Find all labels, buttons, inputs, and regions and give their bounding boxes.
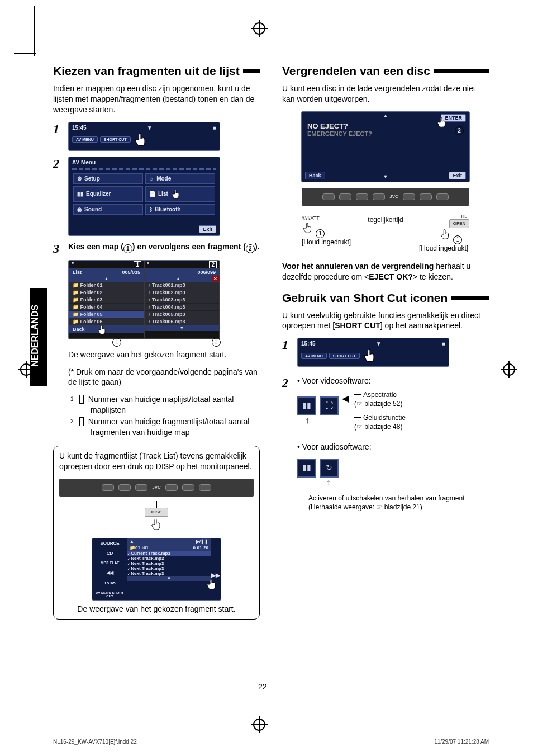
crop-mark: [34, 6, 35, 56]
exit-button[interactable]: Exit: [449, 172, 466, 179]
section-title-lock: Vergrendelen van een disc: [282, 64, 489, 78]
stop-icon: ■: [213, 125, 216, 131]
exit-button[interactable]: Exit: [199, 225, 216, 233]
language-tab: NEDERLANDS: [30, 288, 47, 386]
cd-label: CD: [94, 551, 125, 556]
tap-hand-icon: [133, 132, 149, 148]
menu-setup[interactable]: ⚙ Setup: [73, 173, 143, 184]
disp-button[interactable]: DISP: [145, 508, 168, 517]
left-column: Kiezen van fragmenten uit de lijst Indie…: [53, 64, 260, 620]
callout-1: 1: [453, 235, 462, 244]
sc-step-1: 1 15:45 ▼ ■ AV MENU SHORT CUT: [282, 338, 489, 372]
step-2: 2 AV Menu ⚙ Setup ☼ Mode ▮▮ Equalizer 📄 …: [53, 157, 260, 242]
step-number: 3: [53, 242, 59, 256]
folder-counter: 005/035: [122, 270, 140, 275]
repeat-caption: Activeren of uitschakelen van herhalen v…: [308, 494, 489, 512]
folder-item[interactable]: 📁 Folder 05: [69, 311, 144, 318]
registration-mark: [253, 22, 265, 35]
step-number: 1: [282, 338, 288, 352]
disp-tip-box: U kunt de fragmentlijst (Track List) tev…: [53, 446, 260, 620]
cancel-text: Voor het annuleren van de vergrendeling …: [282, 261, 489, 282]
short-cut-button[interactable]: SHORT CUT: [329, 353, 360, 359]
menu-list[interactable]: 📄 List: [145, 186, 215, 202]
av-menu-button[interactable]: AV MENU: [301, 353, 327, 359]
callout-2: 2: [212, 338, 221, 347]
sound-mode-icon[interactable]: ▮▮: [297, 459, 316, 478]
sound-label: Geluidsfunctie: [363, 414, 406, 422]
tap-hand-icon: [97, 324, 108, 336]
back-button[interactable]: Back: [305, 172, 325, 179]
folder-item[interactable]: 📁 Folder 01: [69, 282, 144, 289]
next-track[interactable]: ♪ Next Track.mp3: [127, 556, 211, 561]
jvc-logo: JVC: [152, 485, 161, 490]
player-caption: De weergave van het gekozen fragment sta…: [59, 604, 254, 615]
att-label: ①/I/ATT: [302, 215, 320, 221]
down-arrow-icon: ▼: [376, 341, 382, 347]
annotation-2: Nummer van huidige fragmentlijst/totaal …: [88, 417, 250, 437]
track-item[interactable]: ♪ Track001.mp3: [145, 282, 219, 289]
footer-file: NL16-29_KW-AVX710[E]f.indd 22: [53, 739, 137, 745]
menu-equalizer[interactable]: ▮▮ Equalizer: [73, 186, 143, 202]
sound-mode-icon[interactable]: ▮▮: [297, 396, 316, 415]
next-track[interactable]: ♪ Next Track.mp3: [127, 571, 211, 576]
step-3-note: (* Druk om naar de voorgaande/volgende p…: [68, 367, 260, 388]
lock-intro: U kunt een disc in de lade vergrendelen …: [282, 83, 489, 105]
track-item[interactable]: ♪ Track005.mp3: [145, 311, 219, 318]
list-screen: *1 List005/035 ▲ 📁 Folder 01 📁 Folder 02…: [68, 260, 220, 339]
hold-label: [Houd ingedrukt]: [419, 244, 468, 252]
simultaneous-label: tegelijkertijd: [368, 208, 403, 225]
step-3-caption: De weergave van het gekozen fragment sta…: [68, 349, 260, 360]
intro-text: Indien er mappen op een disc zijn opgeno…: [53, 83, 260, 115]
aspect-ref: (☞ bladzijde 52): [354, 400, 402, 408]
hold-label: [Houd ingedrukt]: [302, 238, 351, 246]
sound-ref: (☞ bladzijde 48): [354, 423, 402, 431]
down-arrow-icon: ▼: [147, 125, 153, 131]
av-menu-button[interactable]: AV MENU: [72, 136, 98, 143]
page-content: NEDERLANDS Kiezen van fragmenten uit de …: [53, 64, 489, 620]
monitor-panel: JVC: [302, 188, 469, 206]
folder-item[interactable]: 📁 Folder 04: [69, 304, 144, 311]
tap-hand-icon: [170, 188, 182, 200]
section-title-list: Kiezen van fragmenten uit de lijst: [53, 64, 260, 78]
jvc-logo: JVC: [389, 194, 398, 199]
track-item[interactable]: ♪ Track003.mp3: [145, 296, 219, 304]
current-track[interactable]: ♪ Current Track.mp3: [127, 551, 211, 556]
repeat-icon[interactable]: ↻: [320, 459, 339, 478]
folder-item[interactable]: 📁 Folder 02: [69, 289, 144, 296]
tap-hand-icon: [439, 228, 451, 240]
clock-time: 15:45: [301, 341, 316, 347]
title-text: Vergrendelen van een disc: [282, 64, 430, 78]
track-item[interactable]: ♪ Track002.mp3: [145, 289, 219, 296]
clock-time: 15:45: [72, 125, 87, 131]
step-number: 2: [53, 157, 59, 171]
track-item[interactable]: ♪ Track004.mp3: [145, 304, 219, 311]
track-counter: 006/099: [197, 270, 216, 275]
aspect-label: Aspectratio: [363, 391, 397, 399]
callout-1: 1: [112, 338, 121, 347]
menu-mode[interactable]: ☼ Mode: [145, 173, 215, 184]
emergency-eject-text: EMERGENCY EJECT?: [307, 130, 464, 137]
next-track[interactable]: ♪ Next Track.mp3: [127, 566, 211, 571]
short-cut-button[interactable]: SHORT CUT: [100, 136, 131, 143]
tap-hand-icon: [436, 116, 448, 129]
menu-sound[interactable]: ◉ Sound: [73, 204, 143, 215]
title-bar-icon: [243, 69, 260, 73]
player-time: 15:45: [94, 580, 125, 585]
touch-screen-bar: 15:45 ▼ ■ AV MENU SHORT CUT: [68, 122, 220, 151]
aspect-ratio-icon[interactable]: ⛶: [320, 396, 339, 415]
open-button[interactable]: OPEN: [449, 219, 469, 228]
track-item[interactable]: ♪ Track006.mp3: [145, 318, 219, 325]
eject-diagram: ▲ NO EJECT? EMERGENCY EJECT? ENTER 2 Bac…: [282, 111, 489, 253]
next-track[interactable]: ♪ Next Track.mp3: [127, 561, 211, 566]
list-header: List: [73, 270, 82, 275]
audio-software-label: • Voor audiosoftware:: [297, 442, 489, 452]
title-bar-icon: [451, 296, 489, 300]
right-column: Vergrendelen van een disc U kunt een dis…: [282, 64, 489, 620]
tap-hand-icon: [362, 348, 378, 363]
folder-item[interactable]: 📁 Folder 03: [69, 296, 144, 304]
menu-bluetooth[interactable]: ᛒ Bluetooth: [145, 204, 215, 215]
source-label: SOURCE: [94, 541, 125, 546]
stop-icon: ■: [442, 341, 445, 347]
disp-tip-text: U kunt de fragmentlijst (Track List) tev…: [59, 451, 254, 472]
prev-track-icon[interactable]: ◀◀: [94, 570, 125, 575]
